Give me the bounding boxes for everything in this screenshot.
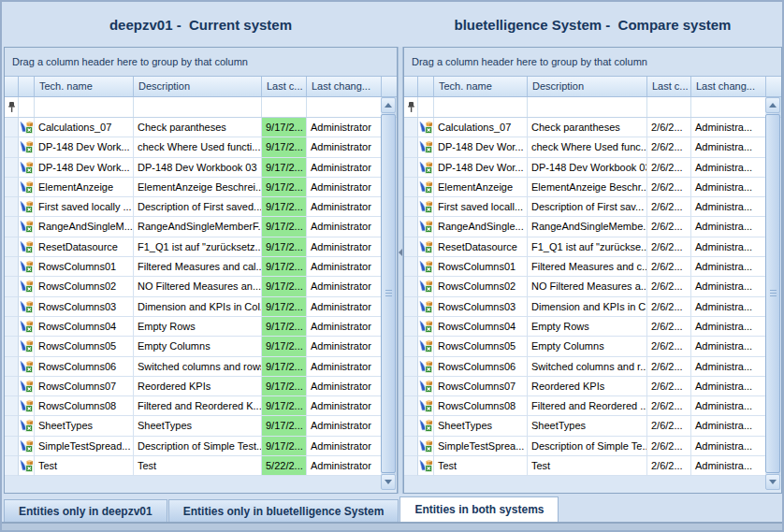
cell-last-changed[interactable]: 2/6/2... xyxy=(647,137,691,157)
cell-last-changed[interactable]: 9/17/2... xyxy=(262,137,307,157)
cell-description[interactable]: Check parantheses xyxy=(134,118,262,137)
cell-last-changed[interactable]: 9/17/2... xyxy=(262,197,307,217)
cell-description[interactable]: F1_Q1 ist auf "zurückse... xyxy=(528,237,647,257)
cell-description[interactable]: Description of Simple Te... xyxy=(528,437,647,456)
cell-last-changed[interactable]: 9/17/2... xyxy=(262,118,307,137)
vertical-scrollbar[interactable] xyxy=(765,97,780,490)
cell-last-changed[interactable]: 9/17/2... xyxy=(262,337,307,356)
table-row[interactable]: RowsColumns04Empty Rows2/6/2...Administr… xyxy=(404,317,781,337)
cell-tech-name[interactable]: SheetTypes xyxy=(35,416,134,436)
cell-tech-name[interactable]: DP-148 Dev Work... xyxy=(35,137,134,157)
cell-last-changed[interactable]: 2/6/2... xyxy=(647,257,691,277)
cell-last-changed[interactable]: 2/6/2... xyxy=(647,197,691,217)
column-header[interactable]: Tech. name xyxy=(434,77,528,96)
cell-tech-name[interactable]: RowsColumns06 xyxy=(35,357,134,377)
cell-tech-name[interactable]: First saved locally ... xyxy=(35,197,134,217)
scroll-up-button[interactable] xyxy=(765,97,780,113)
table-row[interactable]: RowsColumns02NO Filtered Measures a...2/… xyxy=(404,277,781,296)
table-row[interactable]: RowsColumns07Reordered KPIs2/6/2...Admin… xyxy=(404,377,781,396)
cell-tech-name[interactable]: RangeAndSingle... xyxy=(434,217,528,237)
table-row[interactable]: RowsColumns05Empty Columns9/17/2...Admin… xyxy=(5,337,397,356)
cell-description[interactable]: Switched columns and r... xyxy=(528,357,647,377)
table-row[interactable]: Calculations_07Check parantheses2/6/2...… xyxy=(404,118,781,137)
scrollbar-thumb[interactable] xyxy=(765,114,780,473)
cell-tech-name[interactable]: SimpleTestSpread... xyxy=(35,437,134,456)
table-row[interactable]: RowsColumns08Filtered and Reordered ...2… xyxy=(404,396,781,416)
cell-description[interactable]: Dimension and KPIs in Col... xyxy=(134,297,262,317)
splitter-collapse-icon[interactable] xyxy=(399,249,402,256)
cell-tech-name[interactable]: RowsColumns07 xyxy=(434,377,528,396)
cell-last-changed[interactable]: 9/17/2... xyxy=(262,217,307,237)
table-row[interactable]: RowsColumns01Filtered Measures and c...2… xyxy=(404,257,781,277)
filter-cell[interactable] xyxy=(134,97,262,117)
cell-last-changed[interactable]: 2/6/2... xyxy=(647,377,691,396)
tab-entities-both-systems[interactable]: Entities in both systems xyxy=(399,496,559,522)
cell-description[interactable]: RangeAndSingleMemberF... xyxy=(134,217,262,237)
cell-tech-name[interactable]: RowsColumns01 xyxy=(35,257,134,277)
table-row[interactable]: DP-148 Dev Wor...check Where Used func..… xyxy=(404,137,781,157)
filter-cell[interactable] xyxy=(418,97,434,117)
cell-description[interactable]: NO Filtered Measures an... xyxy=(134,277,262,296)
table-row[interactable]: Calculations_07Check parantheses9/17/2..… xyxy=(5,118,397,137)
table-row[interactable]: ElementAnzeigeElementAnzeige Beschr...2/… xyxy=(404,178,781,197)
cell-tech-name[interactable]: RowsColumns06 xyxy=(434,357,528,377)
cell-tech-name[interactable]: RowsColumns05 xyxy=(434,337,528,356)
tab-entities-only-current[interactable]: Entities only in deepzv01 xyxy=(4,499,167,522)
cell-last-changed[interactable]: 2/6/2... xyxy=(647,396,691,416)
column-header[interactable]: Last c... xyxy=(262,77,307,96)
cell-description[interactable]: RangeAndSingleMembe... xyxy=(528,217,647,237)
table-row[interactable]: ElementAnzeigeElementAnzeige Beschrei...… xyxy=(5,178,397,197)
cell-tech-name[interactable]: RangeAndSingleM... xyxy=(35,217,134,237)
cell-last-changed[interactable]: 2/6/2... xyxy=(647,317,691,337)
table-row[interactable]: First saved locally ...Description of Fi… xyxy=(5,197,397,217)
table-row[interactable]: RowsColumns04Empty Rows9/17/2...Administ… xyxy=(5,317,397,337)
cell-tech-name[interactable]: RowsColumns02 xyxy=(434,277,528,296)
table-row[interactable]: RowsColumns02NO Filtered Measures an...9… xyxy=(5,277,397,296)
cell-description[interactable]: NO Filtered Measures a... xyxy=(528,277,647,296)
table-row[interactable]: RowsColumns03Dimension and KPIs in Col..… xyxy=(5,297,397,317)
scroll-down-button[interactable] xyxy=(381,474,396,490)
cell-last-changed[interactable]: 2/6/2... xyxy=(647,357,691,377)
cell-last-changed[interactable]: 9/17/2... xyxy=(262,257,307,277)
cell-description[interactable]: Reordered KPIs xyxy=(134,377,262,396)
cell-tech-name[interactable]: RowsColumns04 xyxy=(434,317,528,337)
table-row[interactable]: RowsColumns01Filtered Measures and cal..… xyxy=(5,257,397,277)
scroll-up-button[interactable] xyxy=(381,97,396,113)
cell-description[interactable]: F1_Q1 ist auf "zurücksetz... xyxy=(134,237,262,257)
cell-last-changed[interactable]: 2/6/2... xyxy=(647,437,691,456)
cell-tech-name[interactable]: Calculations_07 xyxy=(35,118,134,137)
cell-description[interactable]: Description of First saved... xyxy=(134,197,262,217)
cell-tech-name[interactable]: ElementAnzeige xyxy=(434,178,528,197)
cell-last-changed[interactable]: 9/17/2... xyxy=(262,396,307,416)
cell-tech-name[interactable]: RowsColumns08 xyxy=(434,396,528,416)
cell-tech-name[interactable]: Test xyxy=(35,456,134,476)
table-row[interactable]: RowsColumns03Dimension and KPIs in C...2… xyxy=(404,297,781,317)
table-row[interactable]: RowsColumns05Empty Columns2/6/2...Admini… xyxy=(404,337,781,356)
cell-last-changed[interactable]: 5/22/2... xyxy=(262,456,307,476)
table-row[interactable]: RowsColumns06Switched columns and r...2/… xyxy=(404,357,781,377)
cell-description[interactable]: ElementAnzeige Beschrei... xyxy=(134,178,262,197)
cell-description[interactable]: Empty Rows xyxy=(134,317,262,337)
cell-description[interactable]: DP-148 Dev Workbook 03 xyxy=(528,158,647,178)
cell-description[interactable]: Test xyxy=(528,456,647,476)
cell-last-changed[interactable]: 2/6/2... xyxy=(647,178,691,197)
table-row[interactable]: RangeAndSingleM...RangeAndSingleMemberF.… xyxy=(5,217,397,237)
cell-tech-name[interactable]: RowsColumns05 xyxy=(35,337,134,356)
cell-tech-name[interactable]: SheetTypes xyxy=(434,416,528,436)
filter-pin-cell[interactable] xyxy=(404,97,418,117)
cell-last-changed[interactable]: 2/6/2... xyxy=(647,416,691,436)
table-row[interactable]: ResetDatasourceF1_Q1 ist auf "zurücksetz… xyxy=(5,237,397,257)
cell-description[interactable]: Dimension and KPIs in C... xyxy=(528,297,647,317)
cell-description[interactable]: SheetTypes xyxy=(528,416,647,436)
cell-last-changed[interactable]: 9/17/2... xyxy=(262,377,307,396)
cell-last-changed[interactable]: 9/17/2... xyxy=(262,317,307,337)
cell-tech-name[interactable]: ElementAnzeige xyxy=(35,178,134,197)
cell-description[interactable]: SheetTypes xyxy=(134,416,262,436)
column-header[interactable]: Description xyxy=(134,77,262,96)
table-row[interactable]: ResetDatasourceF1_Q1 ist auf "zurückse..… xyxy=(404,237,781,257)
column-header[interactable]: Last chang... xyxy=(691,77,766,96)
cell-tech-name[interactable]: RowsColumns03 xyxy=(434,297,528,317)
cell-tech-name[interactable]: RowsColumns08 xyxy=(35,396,134,416)
cell-description[interactable]: Filtered Measures and c... xyxy=(528,257,647,277)
cell-last-changed[interactable]: 2/6/2... xyxy=(647,118,691,137)
